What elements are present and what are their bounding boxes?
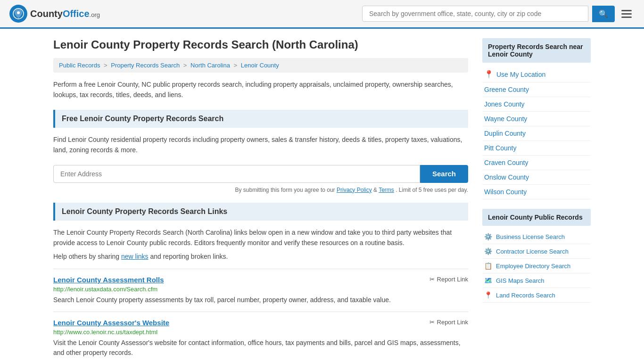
nearby-county-item: Wayne County [482, 112, 591, 126]
public-records-section: Lenoir County Public Records ⚙️Business … [482, 209, 591, 303]
breadcrumb-north-carolina[interactable]: North Carolina [190, 62, 230, 69]
link-item-assessment-rolls: Lenoir County Assessment Rolls ✂ Report … [53, 269, 468, 312]
public-records-section-header: Lenoir County Public Records [482, 209, 591, 226]
share-links-line: Help others by sharing new links and rep… [53, 253, 468, 260]
link-url-2: http://www.co.lenoir.nc.us/taxdept.html [53, 329, 468, 336]
main-content: Lenoir County Property Records Search (N… [53, 38, 468, 362]
public-records-link-item-2: 📋Employee Directory Search [482, 259, 591, 273]
public-records-link-item-1: ⚙️Contractor License Search [482, 244, 591, 259]
link-item-assessor-website: Lenoir County Assessor's Website ✂ Repor… [53, 312, 468, 362]
nearby-county-link-3[interactable]: Duplin County [484, 130, 526, 137]
link-url-1: http://lenoir.ustaxdata.com/Search.cfm [53, 286, 468, 293]
new-links-link[interactable]: new links [121, 253, 149, 260]
address-search-form: Search [53, 165, 468, 183]
report-link-button-2[interactable]: ✂ Report Link [429, 319, 468, 326]
public-records-link-1[interactable]: Contractor License Search [496, 248, 569, 255]
report-link-button-1[interactable]: ✂ Report Link [429, 276, 468, 283]
nearby-county-item: Jones County [482, 97, 591, 112]
main-container: Lenoir County Property Records Search (N… [44, 29, 600, 362]
public-records-link-3[interactable]: GIS Maps Search [496, 277, 545, 284]
logo-text: CountyOffice.org [30, 8, 100, 19]
svg-point-1 [17, 11, 20, 14]
nearby-county-item: Onslow County [482, 170, 591, 185]
pub-link-icon-0: ⚙️ [484, 233, 492, 240]
pub-link-icon-3: 🗺️ [484, 277, 492, 284]
nearby-county-item: Wilson County [482, 185, 591, 199]
public-records-link-0[interactable]: Business License Search [496, 233, 565, 240]
nearby-county-link-4[interactable]: Pitt County [484, 144, 516, 152]
sidebar: Property Records Search near Lenoir Coun… [482, 38, 591, 362]
link-desc-2: Visit the Lenoir County Assessor's websi… [53, 338, 468, 358]
header-search-area: 🔍 [362, 6, 635, 22]
page-description: Perform a free Lenoir County, NC public … [53, 79, 468, 100]
public-records-link-item-3: 🗺️GIS Maps Search [482, 273, 591, 288]
location-icon: 📍 [484, 70, 494, 79]
address-search-input[interactable] [53, 165, 420, 183]
nearby-county-item: Pitt County [482, 141, 591, 156]
breadcrumb: Public Records > Property Records Search… [53, 58, 468, 73]
address-search-button[interactable]: Search [420, 165, 468, 183]
breadcrumb-property-records-search[interactable]: Property Records Search [111, 62, 180, 69]
privacy-policy-link[interactable]: Privacy Policy [337, 187, 372, 193]
use-my-location-item: 📍 Use My Location [482, 66, 591, 82]
nearby-county-link-5[interactable]: Craven County [484, 159, 528, 166]
public-records-link-item-0: ⚙️Business License Search [482, 230, 591, 244]
nearby-county-link-7[interactable]: Wilson County [484, 188, 527, 196]
free-search-section-header: Free Lenoir County Property Records Sear… [53, 110, 468, 128]
pub-link-icon-1: ⚙️ [484, 247, 492, 255]
nearby-county-link-1[interactable]: Jones County [484, 100, 525, 108]
pub-link-icon-4: 📍 [484, 291, 492, 299]
public-records-link-4[interactable]: Land Records Search [496, 292, 555, 299]
form-note: By submitting this form you agree to our… [53, 187, 468, 193]
logo-icon [9, 5, 27, 23]
breadcrumb-public-records[interactable]: Public Records [59, 62, 100, 69]
hamburger-menu-button[interactable] [619, 7, 635, 21]
nearby-county-item: Craven County [482, 156, 591, 170]
pub-link-icon-2: 📋 [484, 262, 492, 270]
free-search-description: Find Lenoir County residential property … [53, 134, 468, 156]
nearby-county-link-6[interactable]: Onslow County [484, 173, 529, 181]
site-header: CountyOffice.org 🔍 [0, 0, 644, 29]
logo-area: CountyOffice.org [9, 5, 100, 23]
nearby-section-header: Property Records Search near Lenoir Coun… [482, 38, 591, 63]
terms-link[interactable]: Terms [379, 187, 394, 193]
breadcrumb-lenoir-county[interactable]: Lenoir County [241, 62, 279, 69]
nearby-counties-list: Greene CountyJones CountyWayne CountyDup… [482, 82, 591, 199]
nearby-county-item: Duplin County [482, 126, 591, 141]
use-my-location-link[interactable]: Use My Location [496, 71, 545, 78]
public-records-link-item-4: 📍Land Records Search [482, 288, 591, 303]
link-desc-1: Search Lenoir County property assessment… [53, 295, 468, 305]
header-search-input[interactable] [362, 6, 588, 22]
nearby-county-item: Greene County [482, 82, 591, 97]
nearby-county-link-2[interactable]: Wayne County [484, 115, 527, 123]
page-title: Lenoir County Property Records Search (N… [53, 38, 468, 51]
link-title-assessment-rolls[interactable]: Lenoir County Assessment Rolls [53, 276, 164, 284]
public-records-link-2[interactable]: Employee Directory Search [496, 263, 570, 270]
header-search-button[interactable]: 🔍 [592, 6, 615, 22]
public-records-links-list: ⚙️Business License Search⚙️Contractor Li… [482, 230, 591, 303]
link-title-assessor-website[interactable]: Lenoir County Assessor's Website [53, 319, 169, 327]
nearby-county-link-0[interactable]: Greene County [484, 86, 529, 93]
links-section-header: Lenoir County Property Records Search Li… [53, 203, 468, 221]
links-section-description: The Lenoir County Property Records Searc… [53, 227, 468, 248]
